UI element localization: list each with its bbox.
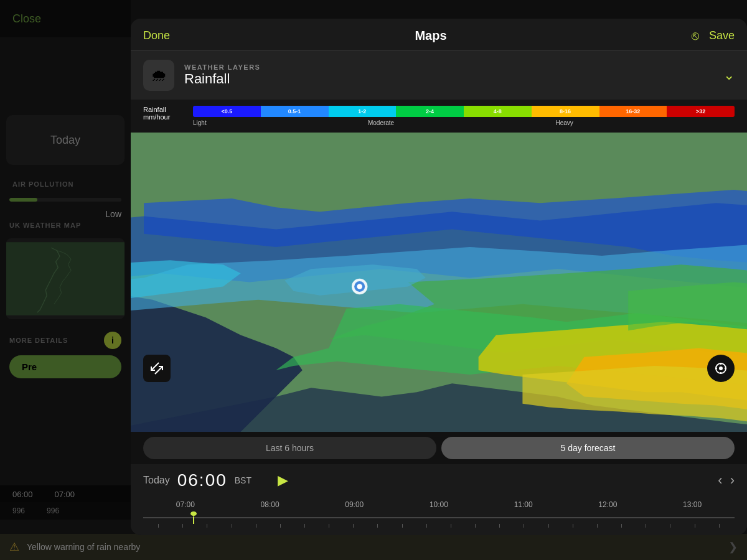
legend-seg-4: 2-4 xyxy=(396,106,464,117)
legend-seg-1: <0.5 xyxy=(193,106,261,117)
timeline-nav-prev[interactable]: ‹ xyxy=(718,472,722,488)
time-today-label: Today xyxy=(143,475,170,486)
modal-actions: ⎋ Save xyxy=(692,29,735,43)
svg-line-10 xyxy=(151,363,159,370)
chevron-down-icon[interactable]: ⌄ xyxy=(723,67,735,83)
location-icon xyxy=(714,362,728,375)
svg-point-9 xyxy=(357,284,362,289)
scrubber-track-line xyxy=(143,517,735,518)
scrubber-time-6: 12:00 xyxy=(598,500,617,509)
scrubber-indicator xyxy=(190,511,197,524)
svg-point-13 xyxy=(719,366,723,370)
scrubber-row[interactable]: 07:00 08:00 09:00 10:00 11:00 12:00 13:0… xyxy=(131,497,747,535)
time-value: 06:00 xyxy=(177,470,227,490)
weather-layers-bar[interactable]: 🌧 WEATHER LAYERS Rainfall ⌄ xyxy=(131,51,747,100)
scrubber-time-4: 10:00 xyxy=(430,500,448,509)
legend-seg-5: 4-8 xyxy=(464,106,532,117)
tab-last-6-hours[interactable]: Last 6 hours xyxy=(143,437,436,459)
time-timezone: BST xyxy=(235,475,251,485)
rainfall-radar-svg xyxy=(131,133,747,432)
legend-moderate: Moderate xyxy=(368,119,394,126)
cloud-rain-icon: 🌧 xyxy=(151,66,167,85)
weather-layers-name: Rainfall xyxy=(184,71,260,87)
modal-title: Maps xyxy=(415,29,446,43)
legend-seg-2: 0.5-1 xyxy=(261,106,329,117)
scrubber-line-indicator xyxy=(193,516,194,524)
scrubber-time-3: 09:00 xyxy=(345,500,364,509)
weather-layers-subtitle: WEATHER LAYERS xyxy=(184,63,260,71)
legend-color-bar: <0.5 0.5-1 1-2 2-4 4-8 8-16 16-32 >32 xyxy=(193,106,735,117)
map-area[interactable] xyxy=(131,133,747,432)
scrubber-time-1: 07:00 xyxy=(176,500,195,509)
weather-layer-icon: 🌧 xyxy=(143,60,174,91)
weather-layers-left: 🌧 WEATHER LAYERS Rainfall xyxy=(143,60,260,91)
scrubber-dot xyxy=(190,511,197,516)
time-display-row: Today 06:00 BST ▶ ‹ › xyxy=(131,464,747,497)
modal-done-button[interactable]: Done xyxy=(143,29,170,42)
maps-modal: Done Maps ⎋ Save 🌧 WEATHER LAYERS Rainfa… xyxy=(131,19,747,535)
expand-icon xyxy=(150,362,164,375)
tab-5-day-forecast[interactable]: 5 day forecast xyxy=(441,437,735,459)
play-button[interactable]: ▶ xyxy=(278,472,288,488)
legend-seg-3: 1-2 xyxy=(329,106,397,117)
legend-light: Light xyxy=(193,119,207,126)
scrubber-time-5: 11:00 xyxy=(514,500,533,509)
legend-heavy: Heavy xyxy=(555,119,573,126)
legend-seg-8: >32 xyxy=(667,106,735,117)
svg-line-11 xyxy=(155,366,162,374)
legend-title: Rainfallmm/hour xyxy=(143,106,187,121)
modal-header: Done Maps ⎋ Save xyxy=(131,19,747,51)
legend-seg-6: 8-16 xyxy=(532,106,599,117)
weather-layers-info: WEATHER LAYERS Rainfall xyxy=(184,63,260,87)
share-icon[interactable]: ⎋ xyxy=(692,29,699,43)
scrubber-time-2: 08:00 xyxy=(261,500,280,509)
modal-save-button[interactable]: Save xyxy=(709,29,735,42)
legend-seg-7: 16-32 xyxy=(599,106,667,117)
location-button[interactable] xyxy=(707,355,735,382)
tick-marks xyxy=(143,524,735,528)
legend-labels: Light Moderate Heavy xyxy=(193,119,735,126)
tabs-row: Last 6 hours 5 day forecast xyxy=(131,432,747,464)
scrubber-time-7: 13:00 xyxy=(683,500,702,509)
scrubber-track[interactable] xyxy=(143,511,735,524)
scrubber-labels: 07:00 08:00 09:00 10:00 11:00 12:00 13:0… xyxy=(143,500,735,509)
expand-map-button[interactable] xyxy=(143,355,171,382)
legend-container: Rainfallmm/hour <0.5 0.5-1 1-2 2-4 4-8 8… xyxy=(131,100,747,133)
timeline-nav-next[interactable]: › xyxy=(730,472,735,488)
